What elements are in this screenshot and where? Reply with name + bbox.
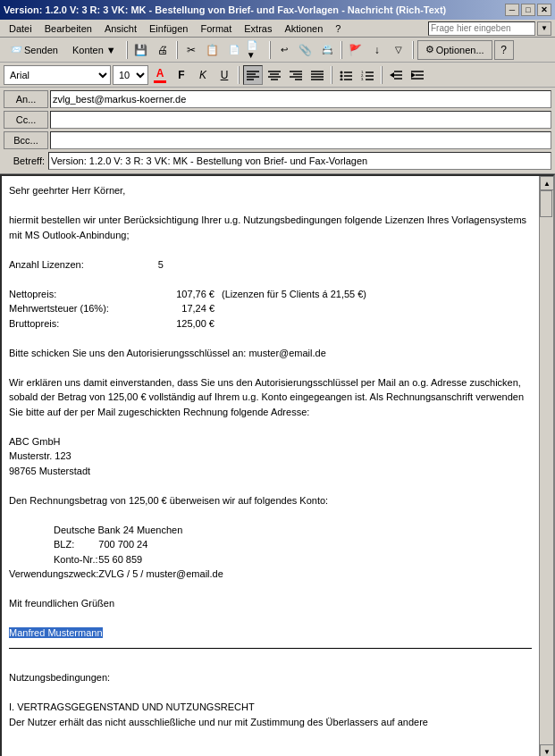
format-separator-2 — [331, 66, 332, 84]
filter-button[interactable]: ▽ — [389, 40, 408, 60]
increase-indent-icon — [411, 70, 424, 80]
blz-row: BLZ: 700 700 24 — [9, 537, 223, 552]
numbered-list-button[interactable]: 1.2.3. — [357, 65, 377, 85]
align-left-button[interactable] — [243, 65, 263, 85]
bullet-list-button[interactable] — [336, 65, 356, 85]
menu-help[interactable]: ? — [330, 21, 346, 36]
close-button[interactable]: ✕ — [537, 4, 551, 16]
menu-ansicht[interactable]: Ansicht — [99, 21, 142, 36]
menu-datei[interactable]: Datei — [4, 21, 38, 36]
net-label: Nettopreis: — [9, 287, 152, 302]
street-text: Musterstr. 123 — [9, 449, 532, 464]
contract-text: Der Nutzer erhält das nicht ausschließli… — [9, 715, 532, 730]
align-right-icon — [290, 70, 302, 80]
italic-button[interactable]: K — [193, 65, 213, 85]
pricing-table: Nettopreis: 107,76 € (Lizenzen für 5 Cli… — [9, 287, 366, 332]
cc-input[interactable] — [50, 111, 551, 129]
cut-button[interactable]: ✂ — [181, 40, 201, 60]
address-book-button[interactable]: 📇 — [317, 40, 337, 60]
menu-extras[interactable]: Extras — [239, 21, 277, 36]
bank-details-table: Deutsche Bank 24 Muenchen BLZ: 700 700 2… — [9, 523, 223, 582]
to-input[interactable] — [50, 90, 551, 108]
save-button[interactable]: 💾 — [131, 40, 151, 60]
decrease-indent-button[interactable] — [386, 65, 406, 85]
align-center-icon — [268, 70, 281, 80]
title-bar-buttons: ─ □ ✕ — [505, 4, 551, 16]
bcc-button[interactable]: Bcc... — [4, 131, 48, 149]
align-center-button[interactable] — [265, 65, 284, 85]
bcc-input[interactable] — [50, 131, 551, 149]
menu-aktionen[interactable]: Aktionen — [279, 21, 328, 36]
konto-row: Konto-Nr.: 55 60 859 — [9, 552, 223, 567]
svg-marker-28 — [390, 72, 394, 78]
menu-format[interactable]: Format — [195, 21, 237, 36]
toolbar-separator-1 — [126, 41, 128, 59]
font-color-button[interactable]: A — [150, 65, 170, 85]
font-name-select[interactable]: Arial — [4, 65, 111, 85]
underline-button[interactable]: U — [214, 65, 234, 85]
scroll-down-button[interactable]: ▼ — [540, 744, 554, 756]
format-toolbar: Arial 10 A F K U 1.2.3. — [0, 63, 555, 88]
bold-button[interactable]: F — [172, 65, 191, 85]
transfer-intro-text: Den Rechnungsbetrag von 125,00 € überwei… — [9, 493, 532, 508]
konto-label: Konto-Nr.: — [9, 552, 98, 567]
undo-button[interactable]: ↩ — [274, 40, 294, 60]
copy-button[interactable]: 📋 — [203, 40, 223, 60]
align-justify-button[interactable] — [307, 65, 327, 85]
font-color-indicator — [154, 80, 166, 83]
scroll-thumb[interactable] — [540, 190, 552, 217]
search-bar: ▼ — [428, 21, 551, 36]
send-button[interactable]: 📨 Senden — [4, 40, 64, 60]
svg-marker-32 — [411, 72, 416, 78]
main-content: Sehr geehrter Herr Körner, hiermit beste… — [0, 174, 555, 756]
scroll-track — [540, 190, 553, 744]
toolbar-separator-5 — [412, 41, 414, 59]
gross-row: Bruttopreis: 125,00 € — [9, 316, 366, 332]
down-arrow-button[interactable]: ↓ — [367, 40, 387, 60]
accounts-button[interactable]: Konten ▼ — [66, 40, 122, 60]
svg-point-20 — [341, 78, 343, 80]
cc-button[interactable]: Cc... — [4, 111, 48, 129]
cc-row: Cc... — [4, 110, 551, 130]
minimize-button[interactable]: ─ — [505, 4, 519, 16]
increase-indent-button[interactable] — [408, 65, 427, 85]
menu-einfuegen[interactable]: Einfügen — [144, 21, 193, 36]
intro-text: hiermit bestellen wir unter Berücksichti… — [9, 213, 532, 242]
to-row: An... — [4, 89, 551, 109]
count-label: Anzahl Lizenzen: — [9, 259, 84, 270]
align-right-button[interactable] — [286, 65, 306, 85]
search-input[interactable] — [428, 21, 535, 36]
search-dropdown-button[interactable]: ▼ — [537, 21, 551, 36]
gross-label: Bruttopreis: — [9, 316, 152, 332]
font-color-icon: A — [156, 67, 164, 80]
help-button[interactable]: ? — [494, 40, 514, 60]
font-size-select[interactable]: 10 — [113, 65, 148, 85]
tax-row: Mehrwertsteuer (16%): 17,24 € — [9, 301, 366, 316]
to-button[interactable]: An... — [4, 90, 48, 108]
toolbar-separator-2 — [176, 41, 178, 59]
message-body[interactable]: Sehr geehrter Herr Körner, hiermit beste… — [2, 176, 539, 756]
verwendung-row: Verwendungszweck: ZVLG / 5 / muster@emai… — [9, 567, 223, 582]
align-left-icon — [247, 70, 259, 80]
flag-button[interactable]: 🚩 — [346, 40, 366, 60]
subject-input[interactable] — [48, 152, 551, 170]
send-icon: 📨 — [10, 44, 22, 55]
verwendung-label: Verwendungszweck: — [9, 567, 98, 582]
net-row: Nettopreis: 107,76 € (Lizenzen für 5 Cli… — [9, 287, 366, 302]
options-button[interactable]: ⚙ Optionen... — [417, 40, 492, 60]
title-bar: Version: 1.2.0 V: 3 R: 3 VK: MK - Bestel… — [0, 0, 555, 20]
maximize-button[interactable]: □ — [521, 4, 535, 16]
toolbar-separator-3 — [269, 41, 271, 59]
menu-bearbeiten[interactable]: Bearbeiten — [39, 21, 97, 36]
net-note: (Lizenzen für 5 Clients á 21,55 €) — [214, 287, 366, 302]
count-line: Anzahl Lizenzen: 5 — [9, 257, 532, 273]
tax-label: Mehrwertsteuer (16%): — [9, 301, 152, 316]
bank-name: Deutsche Bank 24 Muenchen — [9, 523, 223, 538]
svg-point-16 — [341, 71, 343, 73]
greeting-text: Sehr geehrter Herr Körner, — [9, 183, 532, 198]
paste-special-button[interactable]: 📄▼ — [246, 40, 265, 60]
scroll-up-button[interactable]: ▲ — [540, 176, 554, 190]
paste-button[interactable]: 📄 — [224, 40, 244, 60]
attach-button[interactable]: 📎 — [296, 40, 315, 60]
print-button[interactable]: 🖨 — [153, 40, 172, 60]
